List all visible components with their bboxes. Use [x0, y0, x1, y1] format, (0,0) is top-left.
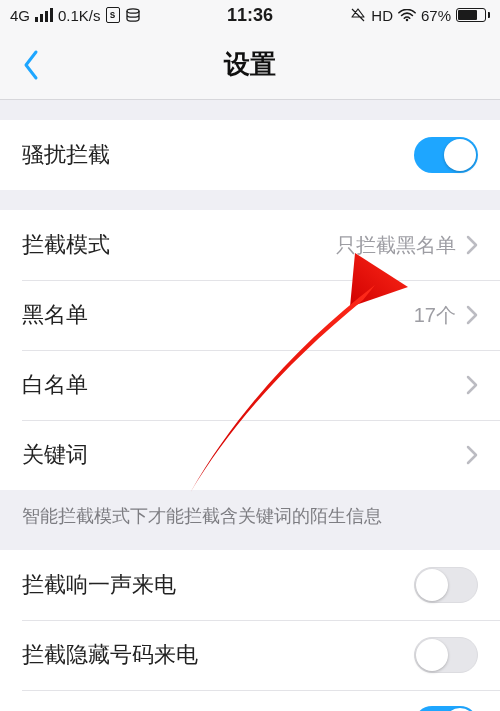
status-bar: 4G 0.1K/s s 11:36 HD 67%: [0, 0, 500, 30]
group-block-settings: 拦截模式 只拦截黑名单 黑名单 17个 白名单 关键词: [0, 210, 500, 490]
group-call-toggles: 拦截响一声来电 拦截隐藏号码来电 拦截提示: [0, 550, 500, 711]
label-one-ring: 拦截响一声来电: [22, 570, 176, 600]
signal-icon: [35, 8, 53, 22]
chevron-right-icon: [466, 445, 478, 465]
row-keywords[interactable]: 关键词: [0, 420, 500, 490]
group-block-toggle: 骚扰拦截: [0, 120, 500, 190]
battery-icon: [456, 8, 490, 22]
back-button[interactable]: [18, 45, 46, 85]
switch-hidden-number[interactable]: [414, 637, 478, 673]
switch-block-alert[interactable]: [414, 706, 478, 711]
row-block-mode[interactable]: 拦截模式 只拦截黑名单: [0, 210, 500, 280]
wifi-icon: [398, 9, 416, 22]
network-label: 4G: [10, 7, 30, 24]
page-title: 设置: [224, 47, 276, 82]
hd-label: HD: [371, 7, 393, 24]
data-stack-icon: [125, 7, 141, 23]
label-keywords: 关键词: [22, 440, 88, 470]
chevron-left-icon: [22, 48, 42, 82]
sim-icon: s: [106, 7, 120, 23]
chevron-right-icon: [466, 375, 478, 395]
row-block-alert[interactable]: 拦截提示: [0, 690, 500, 711]
row-blacklist[interactable]: 黑名单 17个: [0, 280, 500, 350]
data-speed: 0.1K/s: [58, 7, 101, 24]
nav-header: 设置: [0, 30, 500, 100]
row-whitelist[interactable]: 白名单: [0, 350, 500, 420]
clock: 11:36: [227, 5, 273, 26]
row-block-toggle[interactable]: 骚扰拦截: [0, 120, 500, 190]
switch-one-ring[interactable]: [414, 567, 478, 603]
label-block-mode: 拦截模式: [22, 230, 110, 260]
label-hidden-number: 拦截隐藏号码来电: [22, 640, 198, 670]
row-hidden-number[interactable]: 拦截隐藏号码来电: [0, 620, 500, 690]
svg-point-1: [406, 18, 409, 21]
label-whitelist: 白名单: [22, 370, 88, 400]
chevron-right-icon: [466, 235, 478, 255]
label-blacklist: 黑名单: [22, 300, 88, 330]
no-alert-icon: [350, 7, 366, 23]
value-blacklist: 17个: [414, 302, 456, 329]
svg-point-0: [127, 9, 139, 13]
switch-block-toggle[interactable]: [414, 137, 478, 173]
row-one-ring[interactable]: 拦截响一声来电: [0, 550, 500, 620]
battery-pct: 67%: [421, 7, 451, 24]
footnote-keywords: 智能拦截模式下才能拦截含关键词的陌生信息: [0, 490, 500, 542]
label-block-toggle: 骚扰拦截: [22, 140, 110, 170]
value-block-mode: 只拦截黑名单: [336, 232, 456, 259]
chevron-right-icon: [466, 305, 478, 325]
